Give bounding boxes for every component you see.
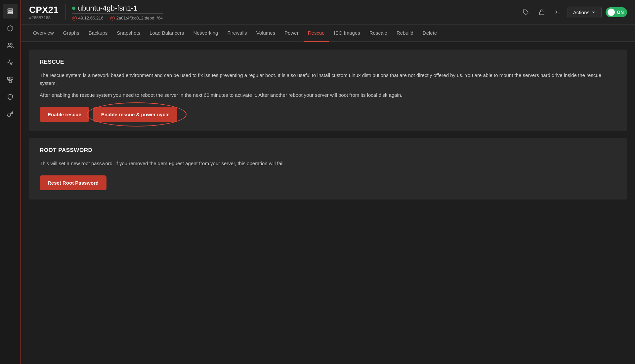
- header-divider: [65, 4, 65, 20]
- tab-rescue[interactable]: Rescue: [304, 25, 329, 42]
- sidebar-item-list[interactable]: [3, 4, 18, 18]
- svg-rect-0: [8, 9, 13, 10]
- reset-root-password-button[interactable]: Reset Root Password: [40, 175, 106, 190]
- power-toggle[interactable]: ON: [606, 7, 627, 17]
- tag-icon-button[interactable]: [520, 6, 532, 18]
- actions-label: Actions: [573, 10, 589, 15]
- status-indicator: [72, 7, 75, 10]
- ipv6-item: ⊕ 2a01:4f8:c012:debd::/64: [110, 16, 163, 20]
- server-name: ubuntu-4gb-fsn1-1: [72, 4, 163, 14]
- tab-load-balancers[interactable]: Load Balancers: [146, 25, 188, 42]
- svg-rect-5: [11, 77, 13, 80]
- ipv6-address: 2a01:4f8:c012:debd::/64: [116, 16, 163, 20]
- rescue-card: RESCUE The rescue system is a network ba…: [29, 50, 627, 131]
- tab-power[interactable]: Power: [280, 25, 303, 42]
- rescue-description-2: After enabling the rescue system you nee…: [40, 91, 616, 99]
- server-id: #26587168: [29, 15, 59, 20]
- tab-backups[interactable]: Backups: [85, 25, 112, 42]
- tab-volumes[interactable]: Volumes: [252, 25, 279, 42]
- server-type-block: CPX21 #26587168: [29, 5, 59, 20]
- tab-rescale[interactable]: Rescale: [365, 25, 391, 42]
- svg-rect-4: [8, 77, 10, 80]
- rescue-description-1: The rescue system is a network based env…: [40, 71, 616, 87]
- ipv4-icon: ⊕: [72, 16, 77, 20]
- server-ips: ⊕ 49.12.66.216 ⊕ 2a01:4f8:c012:debd::/64: [72, 16, 163, 20]
- sidebar-item-box[interactable]: [3, 21, 18, 36]
- server-type: CPX21: [29, 5, 59, 15]
- tab-iso-images[interactable]: ISO Images: [330, 25, 364, 42]
- toggle-knob: [608, 9, 615, 16]
- main-content: CPX21 #26587168 ubuntu-4gb-fsn1-1 ⊕ 49.1…: [21, 0, 635, 364]
- terminal-icon-button[interactable]: [552, 6, 564, 18]
- lock-icon-button[interactable]: [536, 6, 548, 18]
- sidebar: [0, 0, 21, 364]
- enable-rescue-power-cycle-button[interactable]: Enable rescue & power cycle: [93, 107, 178, 122]
- sidebar-item-key[interactable]: [3, 107, 18, 122]
- server-info: ubuntu-4gb-fsn1-1 ⊕ 49.12.66.216 ⊕ 2a01:…: [72, 4, 163, 20]
- toggle-label: ON: [617, 10, 624, 15]
- sidebar-item-users[interactable]: [3, 38, 18, 53]
- header-right: Actions ON: [520, 6, 627, 18]
- tab-snapshots[interactable]: Snapshots: [113, 25, 144, 42]
- nav-tabs: Overview Graphs Backups Snapshots Load B…: [21, 25, 635, 42]
- tab-networking[interactable]: Networking: [189, 25, 222, 42]
- header: CPX21 #26587168 ubuntu-4gb-fsn1-1 ⊕ 49.1…: [21, 0, 635, 25]
- actions-button[interactable]: Actions: [568, 7, 602, 18]
- tab-firewalls[interactable]: Firewalls: [223, 25, 251, 42]
- root-password-card: ROOT PASSWORD This will set a new root p…: [29, 138, 627, 200]
- annotated-button-wrapper: Enable rescue & power cycle: [93, 107, 178, 122]
- svg-point-3: [8, 43, 11, 46]
- ipv4-item: ⊕ 49.12.66.216: [72, 16, 104, 20]
- page-content: RESCUE The rescue system is a network ba…: [21, 42, 635, 364]
- svg-rect-2: [8, 13, 13, 14]
- root-password-description: This will set a new root password. If yo…: [40, 160, 616, 167]
- sidebar-item-network[interactable]: [3, 73, 18, 87]
- svg-rect-11: [539, 12, 544, 15]
- rescue-title: RESCUE: [40, 59, 616, 65]
- tab-delete[interactable]: Delete: [419, 25, 441, 42]
- header-left: CPX21 #26587168 ubuntu-4gb-fsn1-1 ⊕ 49.1…: [29, 4, 163, 20]
- sidebar-item-load-balancer[interactable]: [3, 55, 18, 70]
- svg-rect-6: [9, 81, 12, 83]
- root-password-title: ROOT PASSWORD: [40, 147, 616, 154]
- tab-rebuild[interactable]: Rebuild: [393, 25, 417, 42]
- enable-rescue-button[interactable]: Enable rescue: [40, 107, 89, 122]
- ipv6-icon: ⊕: [110, 16, 115, 20]
- sidebar-item-firewall[interactable]: [3, 90, 18, 104]
- tab-graphs[interactable]: Graphs: [59, 25, 83, 42]
- ipv4-address: 49.12.66.216: [78, 16, 104, 20]
- tab-overview[interactable]: Overview: [29, 25, 58, 42]
- rescue-buttons: Enable rescue Enable rescue & power cycl…: [40, 107, 616, 122]
- root-password-buttons: Reset Root Password: [40, 175, 616, 190]
- svg-rect-1: [8, 11, 13, 12]
